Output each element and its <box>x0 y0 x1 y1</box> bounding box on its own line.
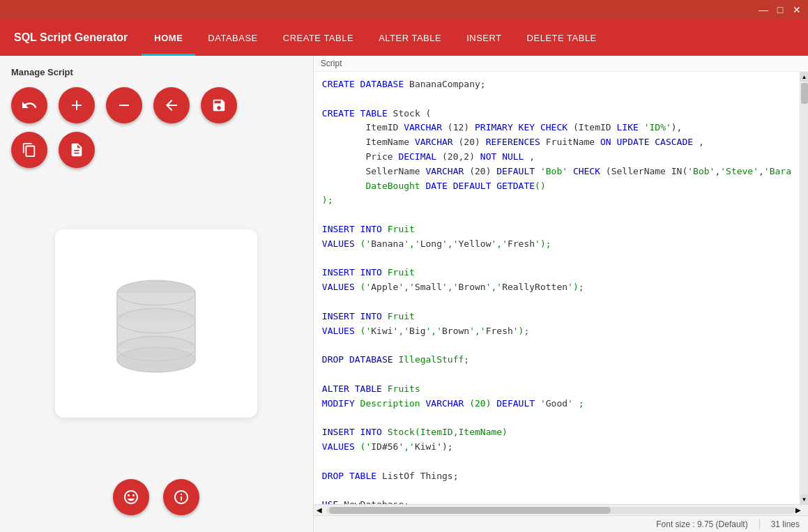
status-bar: Font size : 9.75 (Default) 31 lines <box>314 515 808 532</box>
tab-create-table[interactable]: CREATE TABLE <box>270 20 366 56</box>
h-scroll-right-btn[interactable]: ▶ <box>795 506 805 514</box>
title-bar: — □ ✕ <box>0 0 808 20</box>
tab-alter-table[interactable]: ALTER TABLE <box>366 20 454 56</box>
nav-bar: SQL Script Generator HOME DATABASE CREAT… <box>0 20 808 56</box>
right-panel: Script CREATE DATABASE BananaCompany; CR… <box>313 56 808 532</box>
scroll-thumb[interactable] <box>801 83 808 104</box>
info-button[interactable] <box>163 479 199 515</box>
script-content[interactable]: CREATE DATABASE BananaCompany; CREATE TA… <box>314 72 800 504</box>
database-icon <box>100 268 212 379</box>
smiley-button[interactable] <box>113 479 149 515</box>
manage-script-label: Manage Script <box>11 67 302 77</box>
main-content: Manage Script <box>0 56 808 532</box>
app-title: SQL Script Generator <box>0 31 142 44</box>
bottom-buttons <box>11 471 302 521</box>
save-button[interactable] <box>201 87 237 123</box>
maximize-button[interactable]: □ <box>775 4 786 15</box>
nav-tabs: HOME DATABASE CREATE TABLE ALTER TABLE I… <box>142 20 609 56</box>
back-button[interactable] <box>153 87 190 123</box>
toolbar-row-1 <box>11 87 302 123</box>
tab-insert[interactable]: INSERT <box>454 20 514 56</box>
tab-database[interactable]: DATABASE <box>195 20 270 56</box>
h-scroll-track[interactable] <box>326 507 795 514</box>
db-image-area <box>11 176 302 471</box>
h-scroll-thumb[interactable] <box>329 507 611 514</box>
add-button[interactable] <box>59 87 95 123</box>
script-area: CREATE DATABASE BananaCompany; CREATE TA… <box>314 72 808 504</box>
undo-button[interactable] <box>11 87 47 123</box>
new-file-button[interactable] <box>59 132 95 168</box>
close-button[interactable]: ✕ <box>791 4 802 15</box>
db-card <box>55 229 257 418</box>
scroll-up-btn[interactable]: ▲ <box>800 72 809 82</box>
horizontal-scrollbar-area: ◀ ▶ <box>314 504 808 515</box>
minimize-button[interactable]: — <box>758 4 769 15</box>
scroll-down-btn[interactable]: ▼ <box>800 494 809 504</box>
window-controls: — □ ✕ <box>758 4 802 15</box>
vertical-scrollbar[interactable]: ▲ ▼ <box>800 72 808 504</box>
tab-delete-table[interactable]: DELETE TABLE <box>514 20 609 56</box>
copy-button[interactable] <box>11 132 47 168</box>
tab-home[interactable]: HOME <box>142 20 195 56</box>
font-size-label: Font size : 9.75 (Default) <box>656 519 747 529</box>
script-header: Script <box>314 56 808 72</box>
status-divider <box>759 519 760 529</box>
lines-label: 31 lines <box>771 519 800 529</box>
toolbar-row-2 <box>11 132 302 168</box>
remove-button[interactable] <box>106 87 142 123</box>
scroll-track[interactable] <box>801 82 808 494</box>
h-scroll-left-btn[interactable]: ◀ <box>317 506 326 514</box>
left-panel: Manage Script <box>0 56 313 532</box>
